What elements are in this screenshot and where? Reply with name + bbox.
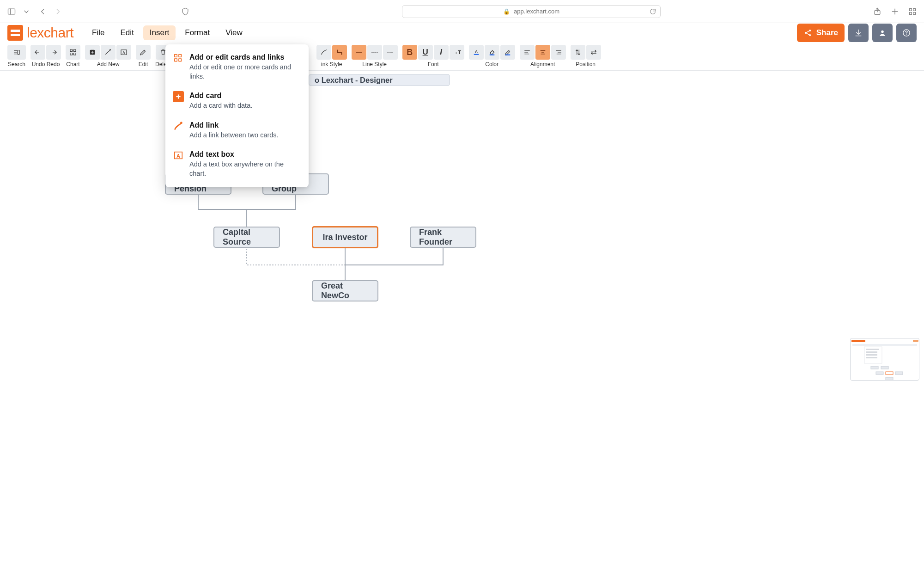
menu-format[interactable]: Format bbox=[178, 25, 216, 40]
download-icon bbox=[854, 28, 863, 37]
svg-rect-57 bbox=[179, 55, 182, 57]
toolbar: Search Undo Redo Chart A Add New Edit bbox=[0, 43, 924, 71]
card-frank-founder[interactable]: Frank Founder bbox=[410, 227, 476, 248]
redo-button[interactable] bbox=[46, 45, 61, 60]
align-center-button[interactable] bbox=[535, 45, 550, 60]
font-bold-button[interactable]: B bbox=[402, 45, 417, 60]
linestyle-dotted-button[interactable] bbox=[383, 45, 398, 60]
share-safari-icon[interactable] bbox=[872, 6, 882, 17]
search-button[interactable] bbox=[7, 45, 26, 60]
align-right-button[interactable] bbox=[551, 45, 566, 60]
nav-forward-icon bbox=[53, 6, 63, 17]
toolbar-linkstyle-label: ink Style bbox=[321, 61, 342, 68]
help-button[interactable] bbox=[896, 24, 917, 42]
shield-icon[interactable] bbox=[180, 6, 190, 17]
svg-rect-59 bbox=[179, 59, 182, 61]
link-arrow-icon bbox=[173, 121, 184, 132]
account-button[interactable] bbox=[872, 24, 893, 42]
align-left-button[interactable] bbox=[520, 45, 535, 60]
insert-add-link[interactable]: Add link Add a link between two cards. bbox=[165, 116, 309, 146]
insert-add-card[interactable]: Add card Add a card with data. bbox=[165, 86, 309, 116]
share-button[interactable]: Share bbox=[797, 24, 845, 42]
svg-rect-24 bbox=[70, 49, 73, 52]
toolbar-undoredo-label: Undo Redo bbox=[32, 61, 60, 68]
dd-sub: Add a text box anywhere on the chart. bbox=[189, 160, 301, 178]
new-tab-icon[interactable] bbox=[890, 6, 900, 17]
svg-rect-9 bbox=[913, 12, 916, 14]
linestyle-dashed-button[interactable] bbox=[367, 45, 382, 60]
grid-dots-icon bbox=[173, 53, 184, 64]
menu-insert[interactable]: Insert bbox=[143, 25, 176, 40]
svg-rect-40 bbox=[474, 54, 479, 55]
svg-text:A: A bbox=[474, 49, 478, 54]
chart-canvas[interactable]: o Lexchart - Designer Global Pension Oce… bbox=[0, 71, 924, 385]
linkstyle-curve-button[interactable] bbox=[316, 45, 331, 60]
svg-text:T: T bbox=[458, 49, 461, 55]
textbox-icon: A bbox=[173, 150, 184, 161]
card-great-newco[interactable]: Great NewCo bbox=[312, 280, 378, 301]
menu-view[interactable]: View bbox=[219, 25, 249, 40]
svg-rect-27 bbox=[74, 53, 76, 55]
svg-text:A: A bbox=[176, 153, 180, 159]
toolbar-addnew-label: Add New bbox=[97, 61, 120, 68]
svg-text:T: T bbox=[455, 51, 457, 55]
reload-icon[interactable] bbox=[649, 8, 657, 17]
toolbar-color-label: Color bbox=[485, 61, 498, 68]
dd-title: Add text box bbox=[189, 150, 301, 159]
linestyle-solid-button[interactable] bbox=[352, 45, 366, 60]
add-textbox-button[interactable]: A bbox=[116, 45, 131, 60]
logo-text: lexchart bbox=[27, 25, 73, 41]
menu-edit[interactable]: Edit bbox=[114, 25, 140, 40]
position-vertical-button[interactable] bbox=[571, 45, 585, 60]
svg-rect-25 bbox=[74, 49, 76, 52]
font-italic-button[interactable]: I bbox=[434, 45, 449, 60]
card-ira-investor[interactable]: Ira Investor bbox=[312, 226, 378, 248]
dd-sub: Add a link between two cards. bbox=[189, 131, 279, 140]
add-card-button[interactable] bbox=[85, 45, 100, 60]
chevron-down-icon[interactable] bbox=[21, 6, 31, 17]
svg-rect-0 bbox=[8, 9, 15, 14]
position-horizontal-button[interactable] bbox=[586, 45, 601, 60]
dd-title: Add link bbox=[189, 121, 279, 130]
border-color-button[interactable] bbox=[500, 45, 515, 60]
undo-button[interactable] bbox=[30, 45, 45, 60]
font-underline-button[interactable]: U bbox=[418, 45, 433, 60]
toolbar-chart-label: Chart bbox=[66, 61, 79, 68]
toolbar-search-label: Search bbox=[8, 61, 25, 68]
svg-point-17 bbox=[881, 31, 884, 33]
download-button[interactable] bbox=[848, 24, 869, 42]
chart-button[interactable] bbox=[66, 45, 80, 60]
sidebar-toggle-icon[interactable] bbox=[6, 6, 17, 17]
url-text: app.lexchart.com bbox=[514, 8, 559, 15]
svg-rect-6 bbox=[909, 8, 912, 11]
svg-rect-42 bbox=[505, 55, 510, 55]
dd-title: Add or edit cards and links bbox=[189, 53, 301, 62]
linkstyle-elbow-button[interactable] bbox=[332, 45, 347, 60]
font-size-button[interactable]: TT bbox=[450, 45, 464, 60]
app-logo[interactable]: lexchart bbox=[7, 25, 73, 41]
toolbar-position-label: Position bbox=[576, 61, 596, 68]
svg-rect-58 bbox=[175, 59, 177, 61]
insert-add-textbox[interactable]: A Add text box Add a text box anywhere o… bbox=[165, 145, 309, 184]
svg-point-19 bbox=[906, 34, 907, 35]
tab-overview-icon[interactable] bbox=[907, 6, 918, 17]
lock-icon: 🔒 bbox=[503, 8, 510, 15]
svg-point-62 bbox=[180, 122, 182, 124]
svg-rect-56 bbox=[175, 55, 177, 57]
insert-add-edit-cards-links[interactable]: Add or edit cards and links Add or edit … bbox=[165, 48, 309, 86]
svg-text:A: A bbox=[122, 50, 125, 55]
text-color-button[interactable]: A bbox=[469, 45, 484, 60]
svg-rect-8 bbox=[909, 12, 912, 14]
address-bar[interactable]: 🔒 app.lexchart.com bbox=[402, 5, 661, 18]
dd-sub: Add a card with data. bbox=[189, 101, 252, 111]
edit-button[interactable] bbox=[136, 45, 151, 60]
svg-line-14 bbox=[806, 33, 809, 35]
fill-color-button[interactable] bbox=[485, 45, 499, 60]
svg-point-31 bbox=[109, 49, 111, 50]
card-capital-source[interactable]: Capital Source bbox=[213, 227, 280, 248]
nav-back-icon[interactable] bbox=[38, 6, 48, 17]
add-link-button[interactable] bbox=[101, 45, 116, 60]
menu-file[interactable]: File bbox=[85, 25, 111, 40]
document-title[interactable]: o Lexchart - Designer bbox=[309, 74, 450, 86]
plus-square-icon bbox=[173, 91, 184, 102]
